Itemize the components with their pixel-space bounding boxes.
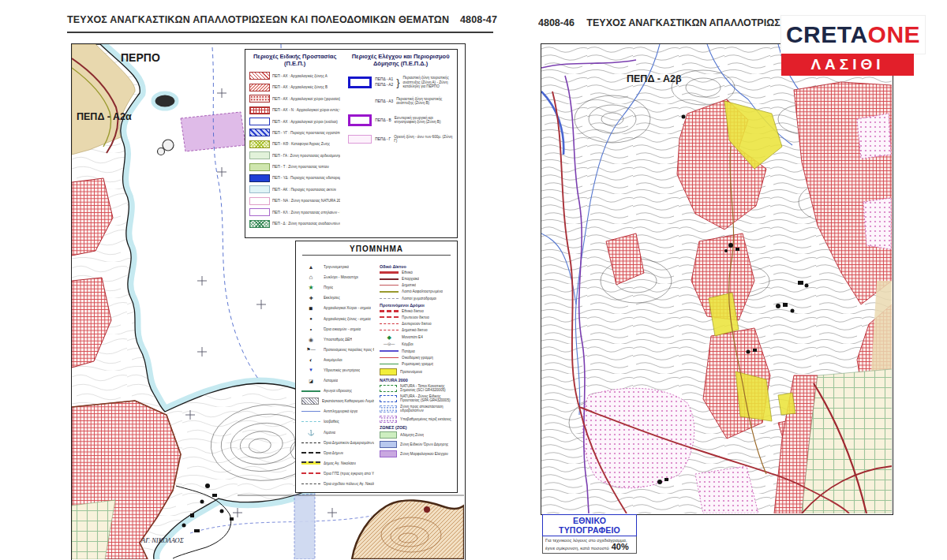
pepd-legend-row: ΠΕΠΔ - ΓΟρεινή ζώνη - άνω των 600μ. (Ζών… [348,135,455,144]
ypomnima-row: Υποβαθμισμένες πέριξ εκτάσεις [380,416,455,423]
pep-legend-label: ΠΕΠ - ΝΑ : Ζώνη προστασίας NATURA 2000 [272,199,340,203]
header-rule [67,32,493,33]
ypomnima-label: Δευτερεύον δίκτυο [402,322,432,326]
ypomnima-label: Δημοτικό δίκτυο [402,328,427,332]
right-gazette-page: 4808-46 ΤΕΥΧΟΣ ΑΝΑΓΚΑΣΤΙΚΩΝ ΑΠΑΛΛΟΤΡΙΩΣΕ… [530,0,900,560]
ypomnima-left-column: ▲Τριγωνομετρικό⌂Ξωκλήσι - Μοναστήρι★Πηγέ… [301,262,374,490]
pepd-legend-row: ΠΕΠΔ - ΒΕσωτερική γεωργική και κτηνοτροφ… [348,114,455,126]
ypomnima-label: Επαρχιακό [402,277,419,281]
ypomnima-row: ⚓Λιμάνια [301,427,374,438]
ypomnima-label: Προτεινόμενα [400,370,422,374]
left-gazette-page: ΤΕΥΧΟΣ ΑΝΑΓΚΑΣΤΙΚΩΝ ΑΠΑΛΛΟΤΡΙΩΣΕΩΝ ΚΑΙ Π… [67,0,493,560]
ln-green-icon [301,390,320,392]
pep-legend-label: ΠΕΠ - ΑΧ : Αρχαιολογικές ζώνης Α [272,74,328,78]
ypomnima-label: Ζώνη Ειδικών Όρων Δόμησης [400,442,448,446]
flag-line-icon: ⚑— [301,347,320,352]
borehole-icon: ▼ [301,368,320,372]
ypomnima-section-header: NATURA 2000 [380,378,455,383]
pepd-legend-label: Περιαστική ζώνη τουριστικής ανάπτυξης (Ζ… [396,97,455,106]
ln-black-dash-icon [301,452,320,454]
ypomnima-row: Όρια Δήμων [301,448,374,458]
red-grid-swatch [249,106,270,114]
pepd-codes: ΠΕΠΔ - Α3 [375,99,393,104]
pep-legend-row: ΠΕΠ - ΥΔ : Περιοχές προστασίας υδατορεμά… [249,173,340,184]
pepd-code: ΠΕΠΔ - Α2 [375,82,393,88]
ypomnima-label: NATURA - Ζώνες Ειδικής Προστασίας (SPA G… [400,394,455,402]
ypomnima-row: Αδόμητη Ζώνη [380,431,455,439]
pep-legend-label: ΠΕΠ - ΑΚ : Περιοχές προστασίας ακτών [272,188,336,192]
ln-black-dash2-icon [301,483,320,484]
red-diag2-swatch [249,84,270,91]
blue-outline-swatch [348,77,372,88]
right-map-drawing: ΠΕΠΔ - Α2β [541,44,892,513]
ln-red-dash-icon [301,472,320,474]
pepd-legend-row: ΠΕΠΔ - Α3Περιαστική ζώνη τουριστικής ανά… [348,97,455,106]
ypomnima-label: Μονοπάτι Ε4 [402,335,423,339]
ypomnima-row: ◐Ανεμόμυλοι [301,355,374,365]
blue-stars-swatch [249,129,270,136]
ypomnima-row: Ζώνη Μορφολογικού Ελέγχου [380,450,455,457]
ypomnima-label: Όρια οικισμών - σημεία [324,327,361,331]
ypomnima-title: ΥΠΟΜΝΗΜΑ [296,245,457,253]
ypomnima-row: ✚Εκκλησίες [301,293,374,303]
pep-legend-label: ΠΕΠ - ΑΧ : Αρχαιολογικοί χώροι (χερσαίοι… [272,97,340,101]
logo-one-text: ONE [868,21,921,47]
box-dots-blue-icon [380,405,397,413]
green-lt-swatch [249,163,270,171]
ln-dashdot-icon [301,442,320,443]
pepd-codes: ΠΕΠΔ - Α1ΠΕΠΔ - Α2 [375,77,393,88]
ypomnima-row: Όρια Δημοτικών Διαμερισμάτων [301,438,374,448]
ln-red-dash-lg-icon [380,310,399,312]
ypomnima-label: Λατομεία [324,379,338,383]
ypomnima-label: Ξωκλήσι - Μοναστήρι [324,275,358,279]
ypomnima-label: Λιμάνια [324,431,335,435]
pink-outline-swatch [348,135,372,144]
quarry-icon: ◪ [301,379,320,383]
brace-glyph: } [396,77,399,88]
box-green-dash-icon [380,385,397,392]
ypomnima-label: Ποτάμια [402,349,415,353]
pep-legend-row: ΠΕΠ - Τ : Ζώνη προστασίας τοπίου [249,161,340,172]
pale-cyan-swatch [249,185,270,193]
ypomnima-label: Αγωγοί ύδρευσης [324,389,352,393]
white-blue-swatch [249,118,270,125]
logo-creta-text: CRETA [786,21,868,47]
pep-legend-row: ΠΕΠ - ΑΧ : Αρχαιολογικές ζώνης Β [249,82,340,93]
ypomnima-row: Δημοτικό [380,283,455,287]
pep-legend-row: ΠΕΠ - ΑΧ - Ν : Αρχαιολογικοί χώροι εντός… [249,104,340,115]
pep-legend-row: ΠΕΠ - ΑΧ : Αρχαιολογικοί χώροι (ενάλιοι) [249,116,340,127]
right-page-header: 4808-46 ΤΕΥΧΟΣ ΑΝΑΓΚΑΣΤΙΚΩΝ ΑΠΑΛΛΟΤΡΙΩΣΕ… [538,17,799,28]
left-page-number: 4808-47 [460,14,497,25]
ln-yellow-icon [301,461,320,465]
box-dots-purple-icon [380,416,397,423]
pep-legend-row: ΠΕΠ - Δ : Ζώνη προστασίας αναδασωτέων εκ… [249,218,340,229]
ypomnima-label: Ζώνη Μορφολογικού Ελέγχου [400,452,448,456]
pep-legend-label: ΠΕΠ - ΥΔ : Περιοχές προστασίας υδατορεμά… [272,176,340,180]
ypomnima-row: ⌂Ξωκλήσι - Μοναστήρι [301,272,374,282]
ypomnima-label: Αρχαιολογικές ζώνες - σημεία [324,317,371,321]
map-label-ag-nikolaos: ΑΓ. ΝΙΚΟΛΑΟΣ [140,536,184,544]
ypomnima-row: Πρωτεύον δίκτυο [380,315,455,319]
ypomnima-section-header: ΖΩΝΕΣ (ΖΟΕ) [380,425,455,430]
ypomnima-label: Εκκλησίες [324,296,340,300]
logo-region-text: ΛΑΣΙΘΙ [810,56,884,73]
printing-house-box: ΕΘΝΙΚΟ ΤΥΠΟΓΡΑΦΕΙΟ Για τεχνικούς λόγους … [542,514,637,554]
ypomnima-row: Εθνικό [380,271,455,274]
map-label-pepd-a2b: ΠΕΠΔ - Α2β [627,73,682,84]
pepd-legend-column: Περιοχές Ελέγχου και Περιορισμού Δόμησης… [342,50,457,237]
ln-gray-dash-icon [380,298,399,299]
protection-zones-legend: Περιοχές Ειδικής Προστασίας (Π.Ε.Π.) ΠΕΠ… [245,49,458,238]
ypomnima-label: Αντιπλημμυρικά έργα [324,409,357,413]
reduction-percent: 40% [612,543,629,551]
ypomnima-label: Τριγωνομετρικό [324,265,349,269]
ln-blue-thin-icon [301,411,320,412]
ln-red-dash-sm-icon [380,323,399,324]
ypomnima-label: Πηγές [324,286,333,289]
logo-red-bar: ΛΑΣΙΘΙ [781,54,914,76]
ypomnima-label: Οικοδομική γραμμή [402,356,433,360]
ypomnima-label: Ανεμόμυλοι [324,358,342,362]
ypomnima-row: Όρια ΓΠΣ (προς έγκριση από ΥΠΕΧΩΔΕ) [301,469,374,479]
pep-legend-label: ΠΕΠ - Τ : Ζώνη προστασίας τοπίου [272,165,329,169]
ypomnima-row: Αγωγοί ύδρευσης [301,386,374,396]
box-blue-dash-icon [380,395,397,402]
